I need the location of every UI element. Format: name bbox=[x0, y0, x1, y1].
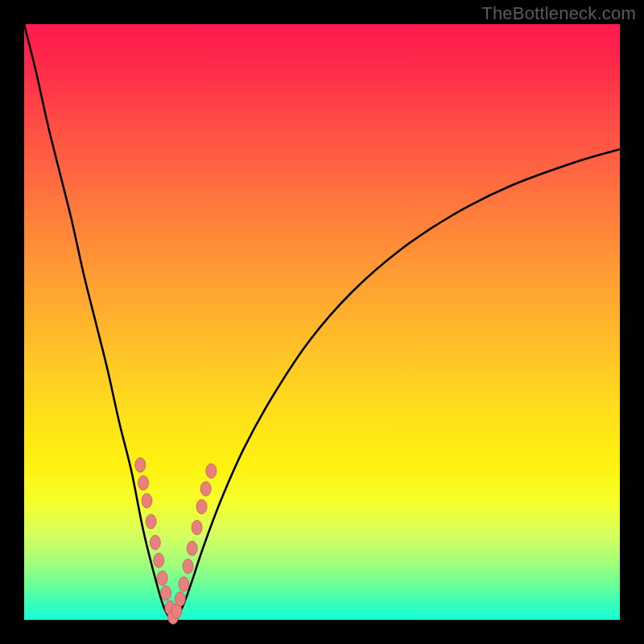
curve-marker bbox=[175, 592, 185, 606]
curve-marker bbox=[161, 586, 171, 601]
curve-marker bbox=[196, 499, 207, 514]
curve-marker bbox=[135, 458, 146, 473]
curve-marker bbox=[150, 535, 160, 550]
bottleneck-curve-svg bbox=[24, 24, 620, 620]
curve-marker bbox=[179, 577, 189, 592]
plot-area bbox=[24, 24, 620, 620]
curve-marker bbox=[192, 520, 202, 535]
bottleneck-curve-path bbox=[24, 24, 620, 620]
watermark-text: TheBottleneck.com bbox=[481, 3, 636, 24]
curve-marker bbox=[200, 481, 211, 496]
curve-marker bbox=[183, 559, 193, 573]
curve-marker bbox=[154, 553, 164, 568]
curve-marker bbox=[146, 514, 156, 529]
curve-markers bbox=[135, 458, 217, 625]
curve-marker bbox=[187, 541, 197, 555]
curve-marker bbox=[206, 464, 217, 478]
chart-frame: TheBottleneck.com bbox=[0, 0, 644, 644]
curve-marker bbox=[142, 493, 152, 508]
curve-marker bbox=[138, 476, 149, 490]
curve-marker bbox=[157, 571, 167, 585]
